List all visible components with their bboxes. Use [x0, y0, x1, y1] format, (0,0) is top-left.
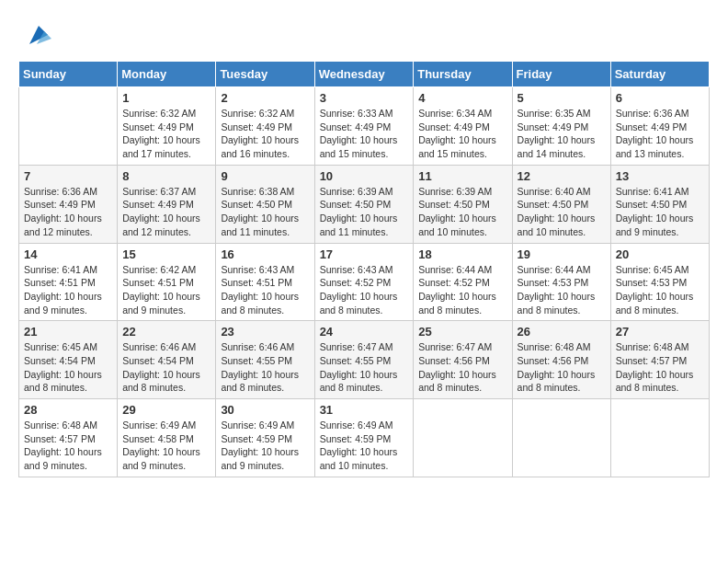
calendar-header-row: SundayMondayTuesdayWednesdayThursdayFrid…	[19, 62, 710, 87]
day-info: Sunrise: 6:46 AM Sunset: 4:55 PM Dayligh…	[221, 340, 309, 395]
day-info: Sunrise: 6:32 AM Sunset: 4:49 PM Dayligh…	[221, 107, 309, 161]
day-info: Sunrise: 6:41 AM Sunset: 4:51 PM Dayligh…	[24, 263, 112, 317]
calendar-cell: 17Sunrise: 6:43 AM Sunset: 4:52 PM Dayli…	[314, 243, 414, 321]
calendar-cell	[512, 399, 610, 477]
calendar-week-4: 21Sunrise: 6:45 AM Sunset: 4:54 PM Dayli…	[19, 321, 710, 399]
calendar-cell: 23Sunrise: 6:46 AM Sunset: 4:55 PM Dayli…	[216, 321, 314, 399]
day-number: 29	[122, 403, 210, 417]
day-info: Sunrise: 6:44 AM Sunset: 4:52 PM Dayligh…	[418, 263, 506, 317]
day-info: Sunrise: 6:49 AM Sunset: 4:59 PM Dayligh…	[320, 419, 409, 473]
day-info: Sunrise: 6:36 AM Sunset: 4:49 PM Dayligh…	[616, 107, 704, 161]
calendar-cell: 24Sunrise: 6:47 AM Sunset: 4:55 PM Dayli…	[314, 321, 414, 399]
day-number: 19	[518, 247, 606, 261]
day-info: Sunrise: 6:48 AM Sunset: 4:56 PM Dayligh…	[518, 340, 606, 395]
day-info: Sunrise: 6:44 AM Sunset: 4:53 PM Dayligh…	[518, 263, 606, 317]
day-number: 8	[122, 169, 210, 183]
day-number: 31	[320, 403, 409, 417]
logo-icon	[20, 18, 53, 52]
day-number: 3	[320, 91, 409, 105]
day-info: Sunrise: 6:46 AM Sunset: 4:54 PM Dayligh…	[122, 340, 210, 395]
day-info: Sunrise: 6:48 AM Sunset: 4:57 PM Dayligh…	[24, 419, 112, 473]
day-info: Sunrise: 6:45 AM Sunset: 4:54 PM Dayligh…	[24, 340, 112, 395]
day-number: 5	[518, 91, 606, 105]
day-header-tuesday: Tuesday	[216, 62, 314, 87]
calendar-week-1: 1Sunrise: 6:32 AM Sunset: 4:49 PM Daylig…	[19, 87, 710, 166]
calendar-cell: 11Sunrise: 6:39 AM Sunset: 4:50 PM Dayli…	[414, 165, 512, 243]
calendar-cell: 5Sunrise: 6:35 AM Sunset: 4:49 PM Daylig…	[512, 87, 610, 166]
day-number: 20	[616, 247, 704, 261]
day-header-monday: Monday	[118, 62, 216, 87]
day-number: 4	[418, 91, 506, 105]
day-info: Sunrise: 6:41 AM Sunset: 4:50 PM Dayligh…	[616, 185, 704, 239]
calendar-cell: 18Sunrise: 6:44 AM Sunset: 4:52 PM Dayli…	[414, 243, 512, 321]
logo-text	[18, 18, 53, 52]
day-info: Sunrise: 6:32 AM Sunset: 4:49 PM Dayligh…	[122, 107, 210, 161]
calendar-cell: 25Sunrise: 6:47 AM Sunset: 4:56 PM Dayli…	[414, 321, 512, 399]
day-header-wednesday: Wednesday	[314, 62, 414, 87]
calendar-cell: 8Sunrise: 6:37 AM Sunset: 4:49 PM Daylig…	[118, 165, 216, 243]
day-number: 14	[24, 247, 112, 261]
calendar-cell: 14Sunrise: 6:41 AM Sunset: 4:51 PM Dayli…	[19, 243, 118, 321]
day-number: 13	[616, 169, 704, 183]
day-number: 2	[221, 91, 309, 105]
calendar-cell: 26Sunrise: 6:48 AM Sunset: 4:56 PM Dayli…	[512, 321, 610, 399]
day-info: Sunrise: 6:33 AM Sunset: 4:49 PM Dayligh…	[320, 107, 409, 161]
day-number: 26	[518, 325, 606, 339]
calendar-cell	[19, 87, 118, 166]
calendar-cell: 16Sunrise: 6:43 AM Sunset: 4:51 PM Dayli…	[216, 243, 314, 321]
day-info: Sunrise: 6:37 AM Sunset: 4:49 PM Dayligh…	[122, 185, 210, 239]
day-info: Sunrise: 6:49 AM Sunset: 4:59 PM Dayligh…	[221, 419, 309, 473]
day-number: 16	[221, 247, 309, 261]
calendar-week-5: 28Sunrise: 6:48 AM Sunset: 4:57 PM Dayli…	[19, 399, 710, 477]
calendar-cell: 30Sunrise: 6:49 AM Sunset: 4:59 PM Dayli…	[216, 399, 314, 477]
day-header-sunday: Sunday	[19, 62, 118, 87]
calendar-cell: 29Sunrise: 6:49 AM Sunset: 4:58 PM Dayli…	[118, 399, 216, 477]
day-number: 12	[518, 169, 606, 183]
calendar-cell	[414, 399, 512, 477]
calendar-cell: 21Sunrise: 6:45 AM Sunset: 4:54 PM Dayli…	[19, 321, 118, 399]
calendar-cell: 4Sunrise: 6:34 AM Sunset: 4:49 PM Daylig…	[414, 87, 512, 166]
calendar-week-2: 7Sunrise: 6:36 AM Sunset: 4:49 PM Daylig…	[19, 165, 710, 243]
calendar-cell: 10Sunrise: 6:39 AM Sunset: 4:50 PM Dayli…	[314, 165, 414, 243]
day-number: 9	[221, 169, 309, 183]
day-info: Sunrise: 6:43 AM Sunset: 4:51 PM Dayligh…	[221, 263, 309, 317]
calendar-cell: 19Sunrise: 6:44 AM Sunset: 4:53 PM Dayli…	[512, 243, 610, 321]
calendar-cell: 3Sunrise: 6:33 AM Sunset: 4:49 PM Daylig…	[314, 87, 414, 166]
day-info: Sunrise: 6:49 AM Sunset: 4:58 PM Dayligh…	[122, 419, 210, 473]
day-info: Sunrise: 6:36 AM Sunset: 4:49 PM Dayligh…	[24, 185, 112, 239]
day-number: 15	[122, 247, 210, 261]
day-number: 22	[122, 325, 210, 339]
calendar-cell: 15Sunrise: 6:42 AM Sunset: 4:51 PM Dayli…	[118, 243, 216, 321]
day-number: 6	[616, 91, 704, 105]
calendar-cell	[610, 399, 709, 477]
day-number: 1	[122, 91, 210, 105]
day-info: Sunrise: 6:34 AM Sunset: 4:49 PM Dayligh…	[418, 107, 506, 161]
day-header-thursday: Thursday	[414, 62, 512, 87]
day-info: Sunrise: 6:47 AM Sunset: 4:55 PM Dayligh…	[320, 340, 409, 395]
day-header-friday: Friday	[512, 62, 610, 87]
day-info: Sunrise: 6:38 AM Sunset: 4:50 PM Dayligh…	[221, 185, 309, 239]
day-header-saturday: Saturday	[610, 62, 709, 87]
calendar-cell: 31Sunrise: 6:49 AM Sunset: 4:59 PM Dayli…	[314, 399, 414, 477]
day-number: 23	[221, 325, 309, 339]
calendar-cell: 13Sunrise: 6:41 AM Sunset: 4:50 PM Dayli…	[610, 165, 709, 243]
day-info: Sunrise: 6:43 AM Sunset: 4:52 PM Dayligh…	[320, 263, 409, 317]
calendar-cell: 28Sunrise: 6:48 AM Sunset: 4:57 PM Dayli…	[19, 399, 118, 477]
day-number: 7	[24, 169, 112, 183]
calendar-cell: 20Sunrise: 6:45 AM Sunset: 4:53 PM Dayli…	[610, 243, 709, 321]
day-number: 27	[616, 325, 704, 339]
day-number: 10	[320, 169, 409, 183]
day-info: Sunrise: 6:39 AM Sunset: 4:50 PM Dayligh…	[320, 185, 409, 239]
day-number: 18	[418, 247, 506, 261]
day-info: Sunrise: 6:42 AM Sunset: 4:51 PM Dayligh…	[122, 263, 210, 317]
day-number: 11	[418, 169, 506, 183]
calendar-cell: 27Sunrise: 6:48 AM Sunset: 4:57 PM Dayli…	[610, 321, 709, 399]
calendar-cell: 12Sunrise: 6:40 AM Sunset: 4:50 PM Dayli…	[512, 165, 610, 243]
day-number: 25	[418, 325, 506, 339]
page-header	[18, 18, 710, 52]
calendar-cell: 9Sunrise: 6:38 AM Sunset: 4:50 PM Daylig…	[216, 165, 314, 243]
day-number: 21	[24, 325, 112, 339]
day-info: Sunrise: 6:45 AM Sunset: 4:53 PM Dayligh…	[616, 263, 704, 317]
calendar-cell: 7Sunrise: 6:36 AM Sunset: 4:49 PM Daylig…	[19, 165, 118, 243]
logo	[18, 18, 53, 52]
